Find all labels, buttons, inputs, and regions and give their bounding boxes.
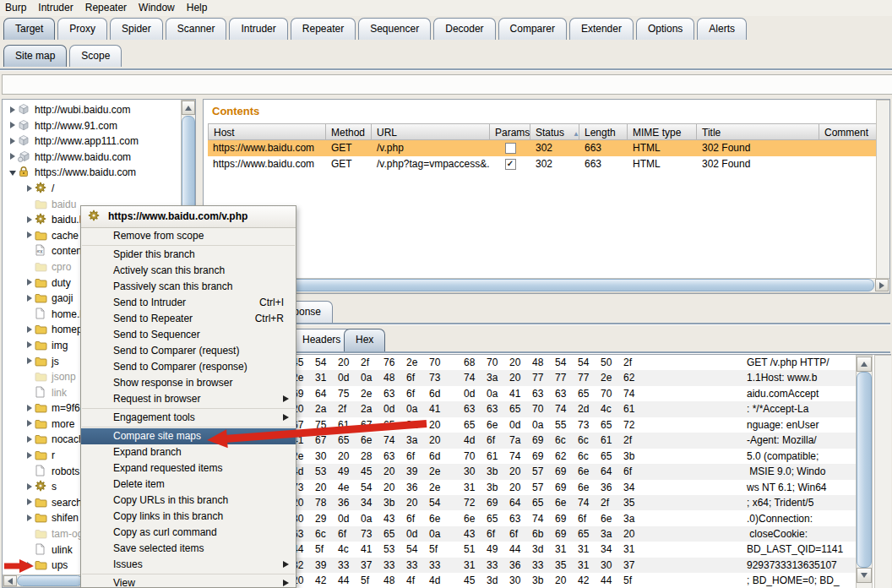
menu-item-send-to-intruder[interactable]: Send to IntruderCtrl+I (81, 295, 296, 311)
tree-hscroll-thumb[interactable] (17, 575, 83, 586)
menubar-item-help[interactable]: Help (182, 0, 215, 15)
context-menu-items: Remove from scopeSpider this branchActiv… (81, 228, 296, 588)
tree-expand-arrow[interactable] (8, 165, 18, 180)
tab-scanner[interactable]: Scanner (166, 18, 227, 40)
hex-vscroll-thumb[interactable] (857, 372, 872, 568)
menu-item-remove-from-scope[interactable]: Remove from scope (81, 228, 296, 244)
hex-row: 312e310d0a486f73743a207777772e621.1Host:… (204, 370, 856, 385)
contents-vscrollbar[interactable] (876, 100, 890, 280)
tree-item-http-www-91-com[interactable]: http://www.91.com (3, 117, 182, 133)
column-header-status[interactable]: Status▲ (530, 123, 579, 140)
params-checkbox[interactable] (505, 143, 516, 154)
column-header-title[interactable]: Title (697, 123, 819, 140)
column-header-host[interactable]: Host (208, 123, 326, 140)
tree-scroll-left-button[interactable] (3, 575, 17, 586)
menu-item-actively-scan-this-branch[interactable]: Actively scan this branch (81, 263, 296, 279)
tree-expand-arrow[interactable] (24, 416, 35, 431)
menu-item-send-to-comparer-request[interactable]: Send to Comparer (request) (81, 343, 296, 359)
menu-item-send-to-comparer-response[interactable]: Send to Comparer (response) (81, 359, 296, 375)
menu-item-send-to-repeater[interactable]: Send to RepeaterCtrl+R (81, 311, 296, 327)
column-header-mime-type[interactable]: MIME type (628, 123, 697, 140)
tree-item-http-www-app111-com[interactable]: http://www.app111.com (3, 133, 182, 149)
outer-vscrollbar[interactable] (874, 355, 891, 588)
menubar-item-intruder[interactable]: Intruder (33, 0, 79, 15)
menu-item-show-response-in-browser[interactable]: Show response in browser (81, 375, 296, 391)
tree-expand-arrow[interactable] (24, 432, 35, 447)
tree-expand-arrow[interactable] (24, 494, 35, 509)
tree-expand-arrow[interactable] (24, 275, 35, 290)
contents-hscroll-thumb[interactable] (205, 279, 874, 291)
menu-item-copy-as-curl-command[interactable]: Copy as curl command (81, 525, 296, 541)
tree-expand-arrow[interactable] (24, 479, 35, 494)
tree-expand-arrow[interactable] (24, 181, 35, 196)
tree-expand-arrow[interactable] (8, 149, 18, 164)
menu-item-send-to-sequencer[interactable]: Send to Sequencer (81, 327, 296, 343)
menu-item-engagement-tools[interactable]: Engagement tools (81, 410, 296, 426)
tree-expand-arrow[interactable] (8, 117, 18, 133)
menu-item-save-selected-items[interactable]: Save selected items (81, 541, 296, 557)
menu-item-view[interactable]: View (81, 575, 296, 588)
menu-item-passively-scan-this-branch[interactable]: Passively scan this branch (81, 279, 296, 295)
subtab-scope[interactable]: Scope (69, 45, 122, 67)
tree-item-http-www-baidu-com[interactable]: http://www.baidu.com (3, 149, 182, 165)
tree-expand-arrow[interactable] (8, 102, 18, 117)
tree-expand-arrow[interactable] (24, 448, 35, 463)
tree-expand-arrow[interactable] (8, 133, 18, 149)
tree-expand-arrow[interactable] (24, 400, 35, 416)
menu-item-copy-links-in-this-branch[interactable]: Copy links in this branch (81, 509, 296, 525)
tab-target[interactable]: Target (3, 18, 55, 40)
menu-item-delete-item[interactable]: Delete item (81, 476, 296, 493)
contents-scroll-right-button[interactable] (875, 279, 889, 291)
tree-item-http-wubi-baidu-com[interactable]: http://wubi.baidu.com (3, 101, 182, 117)
tab-decoder[interactable]: Decoder (433, 18, 495, 40)
menu-item-compare-site-maps[interactable]: Compare site maps (81, 428, 296, 444)
subtab-site-map[interactable]: Site map (3, 45, 67, 67)
tree-expand-arrow[interactable] (24, 510, 35, 525)
tree-expand-arrow[interactable] (24, 227, 35, 242)
hex-scroll-down-button[interactable] (857, 568, 872, 583)
table-row[interactable]: https://www.baidu.comGET/v.php?tag=vmpac… (208, 156, 884, 172)
menu-item-issues[interactable]: Issues (81, 557, 296, 573)
tab-extender[interactable]: Extender (569, 18, 634, 40)
tab-proxy[interactable]: Proxy (57, 18, 107, 40)
tree-item-item[interactable]: / (3, 180, 182, 196)
params-checkbox[interactable]: ✓ (505, 159, 516, 170)
hex-scroll-up-button[interactable] (857, 357, 872, 372)
tab-alerts[interactable]: Alerts (697, 18, 747, 40)
tab-repeater[interactable]: Repeater (291, 18, 356, 40)
hex-byte: 65 (601, 417, 621, 433)
tab-spider[interactable]: Spider (110, 18, 163, 40)
menubar-item-window[interactable]: Window (133, 0, 182, 15)
tab-intruder[interactable]: Intruder (229, 18, 287, 40)
menu-item-spider-this-branch[interactable]: Spider this branch (81, 247, 296, 263)
column-header-comment[interactable]: Comment (819, 123, 884, 140)
tab-comparer[interactable]: Comparer (498, 18, 567, 40)
tree-expand-arrow[interactable] (24, 337, 35, 352)
tab-sequencer[interactable]: Sequencer (358, 18, 431, 40)
menu-item-request-in-browser[interactable]: Request in browser (81, 391, 296, 407)
hex-byte: 2e (406, 355, 427, 370)
tab-hex[interactable]: Hex (344, 329, 385, 351)
tree-expand-arrow[interactable] (24, 353, 35, 368)
tree-expand-arrow[interactable] (24, 322, 35, 337)
tree-expand-arrow[interactable] (24, 558, 35, 573)
column-header-method[interactable]: Method (326, 123, 372, 140)
table-row[interactable]: https://www.baidu.comGET/v.php302663HTML… (208, 140, 884, 156)
hex-byte: 65 (532, 495, 552, 510)
tree-expand-arrow[interactable] (24, 212, 35, 227)
menubar-item-burp[interactable]: Burp (0, 0, 33, 15)
folder-icon (35, 497, 47, 509)
menu-item-expand-branch[interactable]: Expand branch (81, 444, 296, 460)
menu-item-copy-urls-in-this-branch[interactable]: Copy URLs in this branch (81, 493, 296, 509)
menubar-item-repeater[interactable]: Repeater (80, 0, 133, 15)
tree-expand-arrow[interactable] (24, 291, 35, 306)
tree-item-https-www-baidu-com[interactable]: https://www.baidu.com (3, 164, 182, 180)
tab-options[interactable]: Options (636, 18, 694, 40)
tree-scroll-up-button[interactable] (182, 101, 195, 115)
column-header-params[interactable]: Params (490, 123, 530, 140)
hex-byte: 48 (383, 573, 404, 588)
filter-bar[interactable]: Filter: Hiding not found items; hiding C… (2, 74, 892, 95)
column-header-length[interactable]: Length (579, 123, 628, 140)
column-header-url[interactable]: URL (372, 123, 490, 140)
menu-item-expand-requested-items[interactable]: Expand requested items (81, 460, 296, 476)
